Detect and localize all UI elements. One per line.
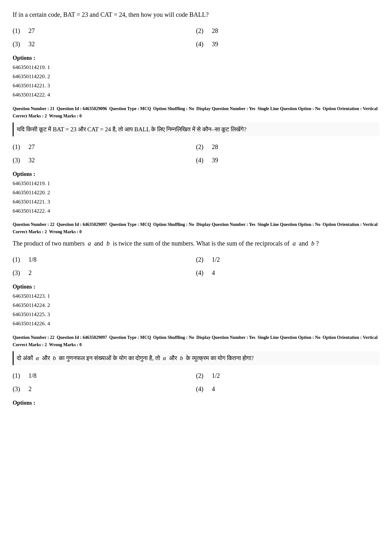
- question-22-english-text: The product of two numbers a and b is tw…: [13, 238, 379, 248]
- option-3-21-hi: (3) 32: [13, 153, 196, 167]
- option-val: 39: [212, 39, 218, 49]
- marks-q21: Correct Marks : 2 Wrong Marks : 0: [13, 113, 379, 119]
- option-val: 32: [28, 155, 35, 165]
- option-2-22-hi: (2) 1/2: [196, 369, 379, 382]
- option-num: (4): [196, 384, 212, 394]
- option-1-22-hi: (1) 1/8: [13, 369, 196, 382]
- option-num: (3): [13, 268, 28, 278]
- question-21-hindi: यदि किसी कूट में BAT = 23 और CAT = 24 है…: [13, 122, 379, 216]
- option-num: (1): [13, 26, 28, 35]
- option-2-21-hi: (2) 28: [196, 140, 379, 153]
- options-label-21-hi: Options :: [13, 170, 379, 178]
- option-num: (3): [13, 39, 28, 49]
- question-22-hindi-text: दो अंकों α और b का गुणनफल इन संख्याओं के…: [13, 351, 379, 365]
- option-val: 4: [212, 268, 215, 278]
- option-3-21-en: (3) 32: [13, 37, 196, 51]
- option-num: (2): [196, 26, 212, 35]
- option-codes-21-hi: 646350114219. 1 646350114220. 2 64635011…: [13, 179, 379, 216]
- option-val: 1/2: [212, 371, 220, 380]
- option-4-22-en: (4) 4: [196, 266, 379, 279]
- option-val: 28: [212, 26, 218, 35]
- question-21-hindi-text: यदि किसी कूट में BAT = 23 और CAT = 24 है…: [13, 122, 379, 136]
- option-num: (2): [196, 255, 212, 264]
- option-3-22-hi: (3) 2: [13, 382, 196, 396]
- option-4-21-en: (4) 39: [196, 37, 379, 51]
- marks-q22-2: Correct Marks : 2 Wrong Marks : 0: [13, 341, 379, 348]
- option-num: (4): [196, 268, 212, 278]
- options-grid-21-en: (1) 27 (2) 28 (3) 32 (4) 39: [13, 24, 379, 51]
- option-val: 4: [212, 384, 215, 394]
- option-codes-21-en: 646350114219. 1 646350114220. 2 64635011…: [13, 63, 379, 100]
- meta-q22-2: Question Number : 22 Question Id : 64635…: [13, 334, 379, 341]
- question-22-english: The product of two numbers a and b is tw…: [13, 238, 379, 328]
- option-1-22-en: (1) 1/8: [13, 253, 196, 266]
- option-2-21-en: (2) 28: [196, 24, 379, 37]
- option-num: (4): [196, 39, 212, 49]
- option-val: 28: [212, 142, 218, 152]
- option-4-21-hi: (4) 39: [196, 153, 379, 167]
- option-val: 27: [28, 26, 35, 35]
- option-num: (2): [196, 371, 212, 380]
- option-num: (4): [196, 155, 212, 165]
- options-grid-22-hi: (1) 1/8 (2) 1/2 (3) 2 (4) 4: [13, 369, 379, 396]
- option-val: 1/2: [212, 255, 220, 264]
- marks-q22-1: Correct Marks : 2 Wrong Marks : 0: [13, 228, 379, 235]
- option-val: 1/8: [28, 255, 37, 264]
- options-label-21-en: Options :: [13, 54, 379, 62]
- option-1-21-en: (1) 27: [13, 24, 196, 37]
- options-grid-22-en: (1) 1/8 (2) 1/2 (3) 2 (4) 4: [13, 253, 379, 279]
- option-val: 1/8: [28, 371, 37, 380]
- options-label-22-hi: Options :: [13, 399, 379, 407]
- option-3-22-en: (3) 2: [13, 266, 196, 279]
- question-21-english: If in a certain code, BAT = 23 and CAT =…: [13, 9, 379, 100]
- option-num: (3): [13, 155, 28, 165]
- option-num: (2): [196, 142, 212, 152]
- option-val: 32: [28, 39, 35, 49]
- meta-q21: Question Number : 21 Question Id : 64635…: [13, 105, 379, 112]
- option-val: 2: [28, 384, 32, 394]
- option-val: 27: [28, 142, 35, 152]
- question-22-hindi: दो अंकों α और b का गुणनफल इन संख्याओं के…: [13, 351, 379, 407]
- options-label-22-en: Options :: [13, 283, 379, 291]
- option-2-22-en: (2) 1/2: [196, 253, 379, 266]
- option-num: (1): [13, 255, 28, 264]
- option-4-22-hi: (4) 4: [196, 382, 379, 396]
- option-val: 2: [28, 268, 32, 278]
- option-val: 39: [212, 155, 218, 165]
- option-codes-22-en: 646350114223. 1 646350114224. 2 64635011…: [13, 292, 379, 328]
- option-num: (1): [13, 142, 28, 152]
- option-num: (1): [13, 371, 28, 380]
- options-grid-21-hi: (1) 27 (2) 28 (3) 32 (4) 39: [13, 140, 379, 167]
- question-21-english-text: If in a certain code, BAT = 23 and CAT =…: [13, 9, 379, 20]
- option-1-21-hi: (1) 27: [13, 140, 196, 153]
- meta-q22-1: Question Number : 22 Question Id : 64635…: [13, 221, 379, 228]
- option-num: (3): [13, 384, 28, 394]
